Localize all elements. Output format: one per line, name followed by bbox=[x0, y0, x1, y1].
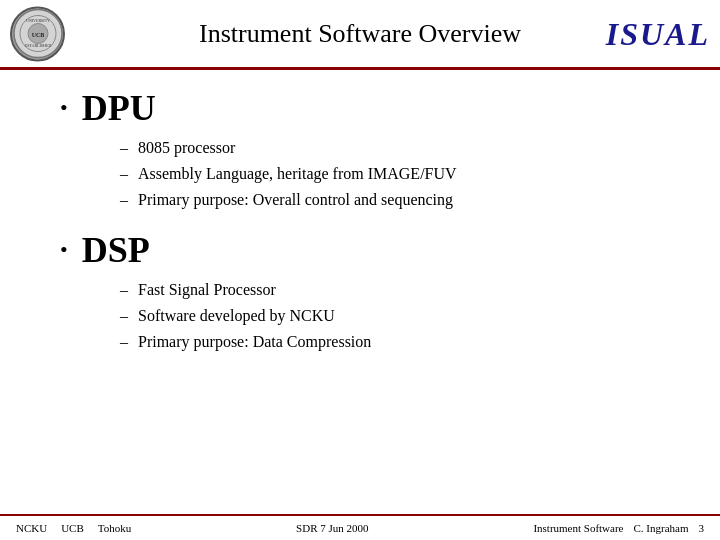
dsp-heading: • DSP bbox=[60, 232, 660, 268]
dpu-item-2: Assembly Language, heritage from IMAGE/F… bbox=[138, 162, 457, 186]
dsp-label: DSP bbox=[82, 232, 150, 268]
logo-left: UNIVERSITY ESTABLISHED UCB bbox=[10, 6, 65, 61]
list-item: – Primary purpose: Data Compression bbox=[120, 330, 660, 354]
page-title: Instrument Software Overview bbox=[199, 19, 521, 49]
main-content: • DPU – 8085 processor – Assembly Langua… bbox=[0, 70, 720, 514]
dpu-label: DPU bbox=[82, 90, 156, 126]
dash-icon: – bbox=[120, 304, 128, 328]
dsp-sub-items: – Fast Signal Processor – Software devel… bbox=[60, 278, 660, 354]
dsp-bullet: • bbox=[60, 239, 68, 261]
list-item: – Software developed by NCKU bbox=[120, 304, 660, 328]
seal-icon: UNIVERSITY ESTABLISHED UCB bbox=[10, 6, 65, 61]
logo-right: ISUAL bbox=[606, 15, 710, 52]
dash-icon: – bbox=[120, 188, 128, 212]
dpu-sub-items: – 8085 processor – Assembly Language, he… bbox=[60, 136, 660, 212]
list-item: – Fast Signal Processor bbox=[120, 278, 660, 302]
footer: NCKU UCB Tohoku SDR 7 Jun 2000 Instrumen… bbox=[0, 514, 720, 540]
dsp-item-2: Software developed by NCKU bbox=[138, 304, 335, 328]
footer-tohoku: Tohoku bbox=[98, 522, 131, 534]
dsp-item-1: Fast Signal Processor bbox=[138, 278, 276, 302]
dpu-bullet: • bbox=[60, 97, 68, 119]
footer-instrument-software: Instrument Software bbox=[533, 522, 623, 534]
dash-icon: – bbox=[120, 278, 128, 302]
footer-page-number: 3 bbox=[698, 522, 704, 534]
section-dpu: • DPU – 8085 processor – Assembly Langua… bbox=[60, 90, 660, 212]
footer-center: SDR 7 Jun 2000 bbox=[296, 522, 368, 534]
list-item: – Assembly Language, heritage from IMAGE… bbox=[120, 162, 660, 186]
svg-text:UNIVERSITY: UNIVERSITY bbox=[26, 18, 50, 23]
list-item: – Primary purpose: Overall control and s… bbox=[120, 188, 660, 212]
footer-left: NCKU UCB Tohoku bbox=[16, 522, 131, 534]
dpu-item-1: 8085 processor bbox=[138, 136, 235, 160]
footer-ucb: UCB bbox=[61, 522, 84, 534]
isual-logo: ISUAL bbox=[606, 15, 710, 51]
slide: UNIVERSITY ESTABLISHED UCB Instrument So… bbox=[0, 0, 720, 540]
dpu-item-3: Primary purpose: Overall control and seq… bbox=[138, 188, 453, 212]
footer-date: SDR 7 Jun 2000 bbox=[296, 522, 368, 534]
dsp-item-3: Primary purpose: Data Compression bbox=[138, 330, 371, 354]
svg-text:ESTABLISHED: ESTABLISHED bbox=[24, 43, 51, 48]
section-dsp: • DSP – Fast Signal Processor – Software… bbox=[60, 232, 660, 354]
list-item: – 8085 processor bbox=[120, 136, 660, 160]
dash-icon: – bbox=[120, 330, 128, 354]
header: UNIVERSITY ESTABLISHED UCB Instrument So… bbox=[0, 0, 720, 70]
dash-icon: – bbox=[120, 162, 128, 186]
svg-text:UCB: UCB bbox=[31, 32, 44, 38]
dash-icon: – bbox=[120, 136, 128, 160]
footer-author: C. Ingraham bbox=[634, 522, 689, 534]
footer-right: Instrument Software C. Ingraham 3 bbox=[533, 522, 704, 534]
dpu-heading: • DPU bbox=[60, 90, 660, 126]
footer-ncku: NCKU bbox=[16, 522, 47, 534]
